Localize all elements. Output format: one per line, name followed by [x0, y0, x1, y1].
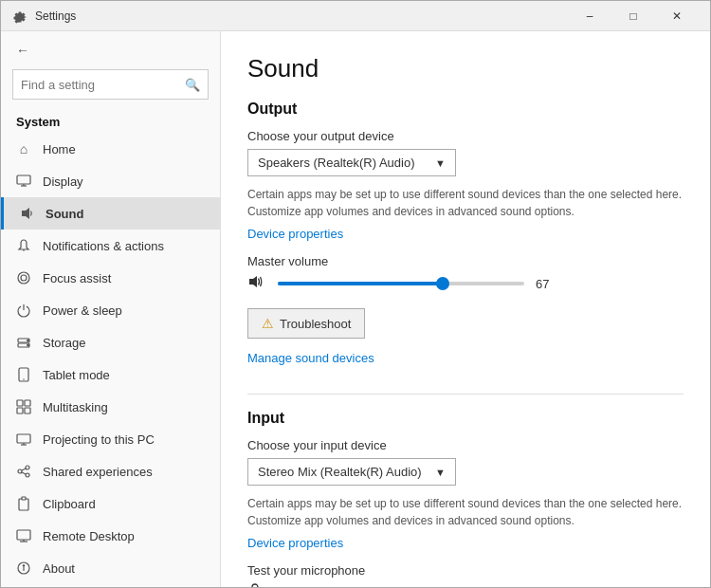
sidebar-item-label: Home: [43, 142, 76, 156]
output-device-label: Choose your output device: [247, 129, 684, 143]
sidebar-item-label: Remote Desktop: [43, 529, 135, 543]
about-icon: [16, 560, 31, 576]
svg-line-24: [22, 472, 26, 474]
sidebar-item-label: About: [43, 561, 75, 576]
svg-point-21: [18, 469, 22, 473]
input-device-properties-link[interactable]: Device properties: [247, 536, 343, 550]
svg-marker-33: [249, 276, 257, 287]
sidebar-item-multitasking[interactable]: Multitasking: [1, 391, 220, 423]
main-content: Sound Output Choose your output device S…: [221, 31, 710, 587]
warn-icon: ⚠: [262, 316, 274, 331]
input-device-label: Choose your input device: [247, 438, 684, 452]
svg-point-6: [21, 275, 27, 281]
clipboard-icon: [16, 496, 31, 511]
remote-icon: [16, 528, 31, 543]
projecting-icon: [16, 432, 31, 447]
sidebar-item-label: Storage: [43, 336, 86, 350]
back-icon: ←: [16, 43, 29, 58]
sidebar: ← 🔍 System ⌂ Home Display: [1, 31, 221, 587]
focus-icon: [16, 270, 31, 285]
svg-point-9: [27, 340, 29, 341]
svg-rect-16: [25, 408, 30, 413]
sidebar-item-focus[interactable]: Focus assist: [1, 262, 220, 294]
input-device-value: Stereo Mix (Realtek(R) Audio): [258, 465, 422, 479]
svg-rect-0: [17, 175, 30, 184]
sidebar-item-label: Projecting to this PC: [43, 432, 155, 447]
shared-icon: [16, 464, 31, 479]
svg-line-23: [22, 469, 26, 470]
sidebar-item-home[interactable]: ⌂ Home: [1, 133, 220, 165]
sidebar-item-label: Multitasking: [43, 400, 108, 414]
titlebar-controls: – □ ✕: [568, 1, 699, 31]
output-device-properties-link[interactable]: Device properties: [247, 227, 343, 241]
sidebar-item-label: Display: [43, 175, 83, 189]
page-title: Sound: [247, 54, 684, 83]
svg-rect-27: [17, 530, 30, 540]
svg-point-10: [27, 344, 29, 346]
sidebar-section-label: System: [1, 107, 220, 133]
svg-rect-34: [252, 584, 258, 587]
sidebar-item-label: Clipboard: [43, 497, 96, 511]
sidebar-item-remote[interactable]: Remote Desktop: [1, 520, 220, 552]
input-device-dropdown[interactable]: Stereo Mix (Realtek(R) Audio) ▼: [247, 458, 456, 486]
sidebar-item-about[interactable]: About: [1, 552, 220, 584]
volume-icon: [247, 274, 266, 293]
mic-row: [247, 583, 684, 587]
output-device-value: Speakers (Realtek(R) Audio): [258, 156, 414, 170]
volume-fill: [278, 282, 443, 285]
section-divider: [247, 394, 684, 395]
content-area: ← 🔍 System ⌂ Home Display: [1, 31, 710, 587]
volume-label: Master volume: [247, 254, 684, 268]
svg-rect-25: [19, 499, 28, 510]
storage-icon: [16, 335, 31, 350]
multitasking-icon: [16, 399, 31, 414]
output-device-dropdown[interactable]: Speakers (Realtek(R) Audio) ▼: [247, 149, 456, 176]
svg-point-20: [26, 466, 29, 469]
sidebar-item-notifications[interactable]: Notifications & actions: [1, 230, 220, 262]
svg-point-5: [18, 272, 29, 284]
sidebar-item-label: Power & sleep: [43, 303, 122, 318]
output-troubleshoot-label: Troubleshoot: [280, 317, 351, 331]
svg-rect-17: [17, 434, 30, 443]
sidebar-item-label: Shared experiences: [43, 465, 153, 479]
close-button[interactable]: ✕: [655, 1, 699, 31]
sidebar-item-sound[interactable]: Sound: [1, 197, 220, 230]
search-box[interactable]: 🔍: [12, 69, 209, 100]
sidebar-item-projecting[interactable]: Projecting to this PC: [1, 423, 220, 455]
search-input[interactable]: [21, 78, 185, 92]
chevron-down-icon: ▼: [435, 157, 446, 169]
display-icon: [16, 174, 31, 189]
notifications-icon: [16, 238, 31, 253]
maximize-button[interactable]: □: [611, 1, 655, 31]
manage-sound-devices-link[interactable]: Manage sound devices: [247, 351, 374, 365]
svg-point-22: [26, 473, 29, 477]
sound-icon: [19, 206, 34, 221]
sidebar-item-power[interactable]: Power & sleep: [1, 294, 220, 326]
sidebar-item-clipboard[interactable]: Clipboard: [1, 487, 220, 520]
titlebar: Settings – □ ✕: [1, 1, 710, 31]
sidebar-item-storage[interactable]: Storage: [1, 326, 220, 358]
search-icon: 🔍: [185, 78, 200, 92]
settings-icon: [12, 9, 27, 24]
power-icon: [16, 303, 31, 318]
svg-rect-26: [22, 497, 26, 500]
sidebar-item-shared[interactable]: Shared experiences: [1, 455, 220, 487]
microphone-icon: [247, 583, 263, 587]
sidebar-item-label: Tablet mode: [43, 368, 110, 382]
output-desc: Certain apps may be set up to use differ…: [247, 186, 684, 220]
volume-thumb: [436, 277, 449, 290]
sidebar-item-display[interactable]: Display: [1, 165, 220, 197]
sidebar-item-label: Focus assist: [43, 271, 111, 285]
back-button[interactable]: ←: [1, 35, 220, 65]
volume-slider[interactable]: [278, 282, 524, 285]
mic-test-label: Test your microphone: [247, 563, 684, 578]
input-section-title: Input: [247, 410, 684, 427]
window: Settings – □ ✕ ← 🔍 System ⌂ Home: [0, 0, 711, 588]
output-troubleshoot-button[interactable]: ⚠ Troubleshoot: [247, 308, 365, 339]
input-desc: Certain apps may be set up to use differ…: [247, 495, 684, 529]
sidebar-item-tablet[interactable]: Tablet mode: [1, 358, 220, 391]
minimize-button[interactable]: –: [568, 1, 611, 31]
volume-row: 67: [247, 274, 684, 293]
tablet-icon: [16, 367, 31, 382]
svg-rect-14: [25, 400, 30, 406]
